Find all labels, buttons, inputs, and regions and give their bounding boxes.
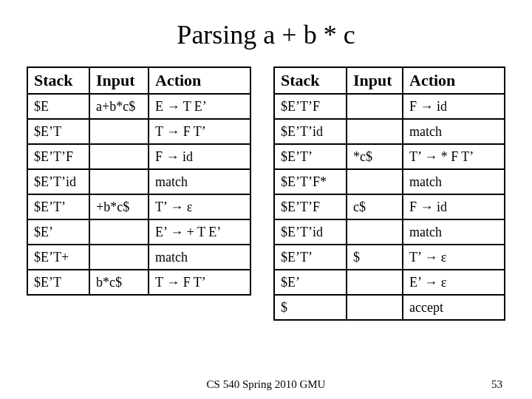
cell-action: E’ → ε [403, 270, 505, 295]
cell-stack: $E’T’F [274, 194, 347, 219]
cell-stack: $E’T [27, 119, 89, 144]
slide: Parsing a + b * c Stack Input Action $Ea… [0, 0, 532, 399]
cell-stack: $E’T’ [274, 144, 347, 169]
cell-action: match [403, 169, 505, 194]
cell-action: match [403, 219, 505, 245]
cell-action: T → F T’ [149, 270, 250, 295]
cell-action: match [149, 169, 250, 194]
table-row: $E’T’FF → id [274, 94, 505, 119]
cell-input: a+b*c$ [89, 94, 149, 119]
table-row: $E’T’F*match [274, 169, 505, 194]
cell-stack: $E’T’id [274, 119, 347, 144]
cell-action: F → id [403, 94, 505, 119]
table-row: $E’T’idmatch [27, 169, 250, 194]
cell-action: match [149, 245, 250, 270]
cell-input [89, 119, 149, 144]
cell-input [89, 219, 149, 245]
col-action: Action [403, 67, 505, 94]
table-row: $Ea+b*c$E → T E’ [27, 94, 250, 119]
cell-input: *c$ [347, 144, 403, 169]
cell-stack: $E [27, 94, 89, 119]
page-number: 53 [491, 378, 502, 391]
table-row: $accept [274, 295, 505, 320]
table-row: $E’T’FF → id [27, 144, 250, 169]
cell-stack: $E’T’F* [274, 169, 347, 194]
cell-stack: $E’ [27, 219, 89, 245]
cell-action: match [403, 119, 505, 144]
table-header-row: Stack Input Action [274, 67, 505, 94]
cell-stack: $ [274, 295, 347, 320]
parse-table-right: Stack Input Action $E’T’FF → id $E’T’idm… [273, 66, 505, 321]
cell-input: +b*c$ [89, 194, 149, 219]
cell-action: T’ → ε [403, 245, 505, 270]
table-row: $E’T’idmatch [274, 119, 505, 144]
footer-text: CS 540 Spring 2010 GMU [0, 378, 532, 391]
col-input: Input [347, 67, 403, 94]
table-row: $E’E’ → + T E’ [27, 219, 250, 245]
table-row: $E’T’+b*c$T’ → ε [27, 194, 250, 219]
slide-title: Parsing a + b * c [21, 19, 511, 50]
cell-action: E → T E’ [149, 94, 250, 119]
table-row: $E’Tb*c$T → F T’ [27, 270, 250, 295]
col-stack: Stack [27, 67, 89, 94]
cell-input [347, 94, 403, 119]
cell-stack: $E’T’ [274, 245, 347, 270]
table-row: $E’T’*c$T’ → * F T’ [274, 144, 505, 169]
table-row: $E’T+match [27, 245, 250, 270]
cell-stack: $E’T’ [27, 194, 89, 219]
cell-stack: $E’T’id [27, 169, 89, 194]
cell-action: E’ → + T E’ [149, 219, 250, 245]
cell-input [347, 219, 403, 245]
cell-input [89, 169, 149, 194]
table-header-row: Stack Input Action [27, 67, 250, 94]
cell-stack: $E’T+ [27, 245, 89, 270]
cell-action: F → id [149, 144, 250, 169]
tables-container: Stack Input Action $Ea+b*c$E → T E’ $E’T… [21, 66, 511, 321]
cell-input [347, 295, 403, 320]
table-row: $E’T’idmatch [274, 219, 505, 245]
table-row: $E’TT → F T’ [27, 119, 250, 144]
cell-action: T → F T’ [149, 119, 250, 144]
cell-input [347, 169, 403, 194]
cell-input: c$ [347, 194, 403, 219]
col-stack: Stack [274, 67, 347, 94]
col-input: Input [89, 67, 149, 94]
cell-action: T’ → * F T’ [403, 144, 505, 169]
table-row: $E’E’ → ε [274, 270, 505, 295]
cell-input [89, 245, 149, 270]
cell-action: F → id [403, 194, 505, 219]
cell-stack: $E’T’F [274, 94, 347, 119]
cell-input [347, 270, 403, 295]
cell-stack: $E’T [27, 270, 89, 295]
cell-stack: $E’T’F [27, 144, 89, 169]
parse-table-left: Stack Input Action $Ea+b*c$E → T E’ $E’T… [27, 66, 251, 296]
cell-input [347, 119, 403, 144]
table-row: $E’T’Fc$F → id [274, 194, 505, 219]
cell-input [89, 144, 149, 169]
cell-stack: $E’ [274, 270, 347, 295]
cell-input: b*c$ [89, 270, 149, 295]
table-row: $E’T’$T’ → ε [274, 245, 505, 270]
cell-action: accept [403, 295, 505, 320]
col-action: Action [149, 67, 250, 94]
cell-stack: $E’T’id [274, 219, 347, 245]
cell-action: T’ → ε [149, 194, 250, 219]
cell-input: $ [347, 245, 403, 270]
